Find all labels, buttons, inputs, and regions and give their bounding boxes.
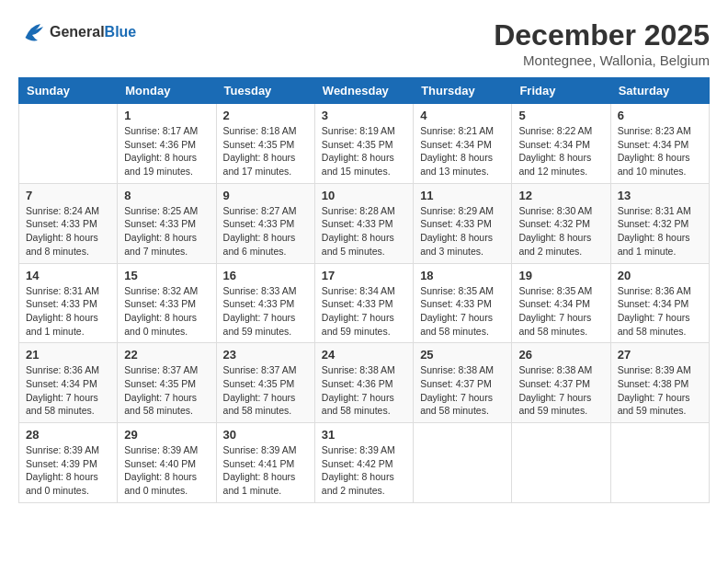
day-number: 24	[322, 348, 406, 362]
day-info: Sunrise: 8:31 AMSunset: 4:32 PMDaylight:…	[618, 204, 702, 259]
day-number: 27	[618, 348, 702, 362]
day-number: 26	[518, 348, 603, 362]
calendar-cell: 24Sunrise: 8:38 AMSunset: 4:36 PMDayligh…	[314, 343, 413, 423]
day-info: Sunrise: 8:39 AMSunset: 4:42 PMDaylight:…	[322, 443, 406, 498]
calendar-day-header: Thursday	[414, 78, 512, 104]
day-number: 4	[420, 109, 505, 122]
day-number: 18	[420, 269, 505, 282]
day-info: Sunrise: 8:38 AMSunset: 4:37 PMDaylight:…	[518, 363, 603, 418]
day-info: Sunrise: 8:22 AMSunset: 4:34 PMDaylight:…	[518, 124, 603, 178]
day-number: 8	[124, 189, 209, 202]
day-number: 25	[420, 348, 505, 362]
day-number: 7	[26, 189, 110, 202]
calendar-week-row: 21Sunrise: 8:36 AMSunset: 4:34 PMDayligh…	[19, 343, 710, 423]
calendar-cell: 14Sunrise: 8:31 AMSunset: 4:33 PMDayligh…	[19, 263, 118, 343]
day-number: 6	[618, 109, 702, 122]
calendar-header-row: SundayMondayTuesdayWednesdayThursdayFrid…	[19, 78, 710, 104]
calendar-cell: 3Sunrise: 8:19 AMSunset: 4:35 PMDaylight…	[314, 104, 413, 184]
day-info: Sunrise: 8:19 AMSunset: 4:35 PMDaylight:…	[322, 124, 406, 178]
calendar-cell: 8Sunrise: 8:25 AMSunset: 4:33 PMDaylight…	[118, 183, 216, 263]
location: Montegnee, Wallonia, Belgium	[494, 52, 710, 68]
calendar-day-header: Monday	[118, 78, 216, 104]
day-info: Sunrise: 8:36 AMSunset: 4:34 PMDaylight:…	[618, 284, 702, 339]
calendar-cell: 26Sunrise: 8:38 AMSunset: 4:37 PMDayligh…	[512, 343, 610, 423]
calendar-cell: 21Sunrise: 8:36 AMSunset: 4:34 PMDayligh…	[19, 343, 118, 423]
day-number: 29	[124, 428, 209, 442]
calendar-week-row: 14Sunrise: 8:31 AMSunset: 4:33 PMDayligh…	[19, 263, 710, 343]
day-info: Sunrise: 8:35 AMSunset: 4:33 PMDaylight:…	[420, 284, 505, 339]
day-info: Sunrise: 8:34 AMSunset: 4:33 PMDaylight:…	[322, 284, 406, 339]
logo: GeneralBlue	[18, 18, 136, 46]
day-info: Sunrise: 8:37 AMSunset: 4:35 PMDaylight:…	[223, 363, 308, 418]
day-info: Sunrise: 8:25 AMSunset: 4:33 PMDaylight:…	[124, 204, 209, 259]
calendar-cell: 5Sunrise: 8:22 AMSunset: 4:34 PMDaylight…	[512, 104, 610, 184]
day-info: Sunrise: 8:32 AMSunset: 4:33 PMDaylight:…	[124, 284, 209, 339]
calendar-cell: 2Sunrise: 8:18 AMSunset: 4:35 PMDaylight…	[216, 104, 314, 184]
day-number: 12	[518, 189, 603, 202]
calendar-day-header: Tuesday	[216, 78, 314, 104]
calendar-day-header: Sunday	[19, 78, 118, 104]
day-number: 9	[223, 189, 308, 202]
calendar-cell	[610, 423, 709, 503]
calendar-cell: 15Sunrise: 8:32 AMSunset: 4:33 PMDayligh…	[118, 263, 216, 343]
calendar-week-row: 28Sunrise: 8:39 AMSunset: 4:39 PMDayligh…	[19, 423, 710, 503]
calendar-cell: 1Sunrise: 8:17 AMSunset: 4:36 PMDaylight…	[118, 104, 216, 184]
calendar-cell: 25Sunrise: 8:38 AMSunset: 4:37 PMDayligh…	[414, 343, 512, 423]
day-info: Sunrise: 8:35 AMSunset: 4:34 PMDaylight:…	[518, 284, 603, 339]
title-area: December 2025 Montegnee, Wallonia, Belgi…	[494, 18, 710, 68]
day-info: Sunrise: 8:21 AMSunset: 4:34 PMDaylight:…	[420, 124, 505, 178]
day-number: 17	[322, 269, 406, 282]
calendar-cell: 17Sunrise: 8:34 AMSunset: 4:33 PMDayligh…	[314, 263, 413, 343]
calendar-cell	[414, 423, 512, 503]
calendar-cell: 9Sunrise: 8:27 AMSunset: 4:33 PMDaylight…	[216, 183, 314, 263]
day-number: 10	[322, 189, 406, 202]
calendar-week-row: 1Sunrise: 8:17 AMSunset: 4:36 PMDaylight…	[19, 104, 710, 184]
calendar-cell: 10Sunrise: 8:28 AMSunset: 4:33 PMDayligh…	[314, 183, 413, 263]
calendar-day-header: Saturday	[610, 78, 709, 104]
calendar-cell: 27Sunrise: 8:39 AMSunset: 4:38 PMDayligh…	[610, 343, 709, 423]
calendar-cell: 22Sunrise: 8:37 AMSunset: 4:35 PMDayligh…	[118, 343, 216, 423]
day-number: 23	[223, 348, 308, 362]
day-info: Sunrise: 8:28 AMSunset: 4:33 PMDaylight:…	[322, 204, 406, 259]
calendar-cell: 23Sunrise: 8:37 AMSunset: 4:35 PMDayligh…	[216, 343, 314, 423]
day-number: 22	[124, 348, 209, 362]
day-number: 31	[322, 428, 406, 442]
day-info: Sunrise: 8:39 AMSunset: 4:39 PMDaylight:…	[26, 443, 110, 498]
day-info: Sunrise: 8:39 AMSunset: 4:40 PMDaylight:…	[124, 443, 209, 498]
calendar-cell: 31Sunrise: 8:39 AMSunset: 4:42 PMDayligh…	[314, 423, 413, 503]
calendar-day-header: Friday	[512, 78, 610, 104]
day-number: 21	[26, 348, 110, 362]
calendar-cell: 29Sunrise: 8:39 AMSunset: 4:40 PMDayligh…	[118, 423, 216, 503]
logo-text: GeneralBlue	[50, 24, 136, 40]
page-header: GeneralBlue December 2025 Montegnee, Wal…	[18, 18, 710, 68]
calendar-cell: 12Sunrise: 8:30 AMSunset: 4:32 PMDayligh…	[512, 183, 610, 263]
calendar-cell: 19Sunrise: 8:35 AMSunset: 4:34 PMDayligh…	[512, 263, 610, 343]
calendar-cell	[19, 104, 118, 184]
calendar-cell	[512, 423, 610, 503]
day-info: Sunrise: 8:39 AMSunset: 4:41 PMDaylight:…	[223, 443, 308, 498]
calendar-cell: 18Sunrise: 8:35 AMSunset: 4:33 PMDayligh…	[414, 263, 512, 343]
calendar-cell: 7Sunrise: 8:24 AMSunset: 4:33 PMDaylight…	[19, 183, 118, 263]
day-info: Sunrise: 8:24 AMSunset: 4:33 PMDaylight:…	[26, 204, 110, 259]
day-info: Sunrise: 8:27 AMSunset: 4:33 PMDaylight:…	[223, 204, 308, 259]
day-number: 1	[124, 109, 209, 122]
day-number: 13	[618, 189, 702, 202]
calendar-cell: 6Sunrise: 8:23 AMSunset: 4:34 PMDaylight…	[610, 104, 709, 184]
day-number: 11	[420, 189, 505, 202]
calendar-cell: 30Sunrise: 8:39 AMSunset: 4:41 PMDayligh…	[216, 423, 314, 503]
calendar-day-header: Wednesday	[314, 78, 413, 104]
day-number: 15	[124, 269, 209, 282]
calendar-cell: 20Sunrise: 8:36 AMSunset: 4:34 PMDayligh…	[610, 263, 709, 343]
day-info: Sunrise: 8:39 AMSunset: 4:38 PMDaylight:…	[618, 363, 702, 418]
calendar-cell: 16Sunrise: 8:33 AMSunset: 4:33 PMDayligh…	[216, 263, 314, 343]
day-info: Sunrise: 8:29 AMSunset: 4:33 PMDaylight:…	[420, 204, 505, 259]
day-info: Sunrise: 8:36 AMSunset: 4:34 PMDaylight:…	[26, 363, 110, 418]
calendar-cell: 28Sunrise: 8:39 AMSunset: 4:39 PMDayligh…	[19, 423, 118, 503]
day-info: Sunrise: 8:31 AMSunset: 4:33 PMDaylight:…	[26, 284, 110, 339]
day-info: Sunrise: 8:30 AMSunset: 4:32 PMDaylight:…	[518, 204, 603, 259]
day-number: 3	[322, 109, 406, 122]
day-number: 20	[618, 269, 702, 282]
day-number: 2	[223, 109, 308, 122]
day-number: 16	[223, 269, 308, 282]
day-info: Sunrise: 8:33 AMSunset: 4:33 PMDaylight:…	[223, 284, 308, 339]
